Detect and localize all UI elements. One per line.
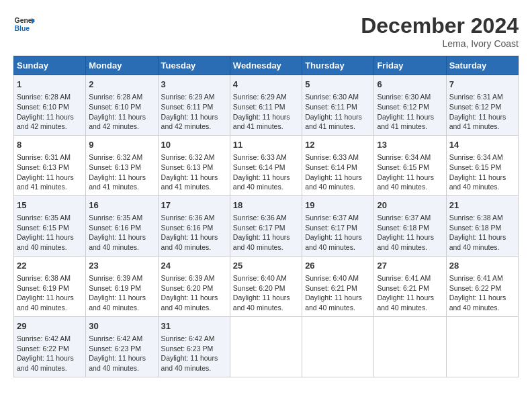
sunset-label: Sunset: 6:11 PM: [305, 103, 357, 111]
daylight-label: Daylight: 11 hours and 40 minutes.: [161, 354, 218, 372]
sunset-label: Sunset: 6:20 PM: [161, 284, 214, 292]
daylight-label: Daylight: 11 hours and 40 minutes.: [233, 233, 290, 251]
sunset-label: Sunset: 6:15 PM: [377, 163, 429, 171]
sunset-label: Sunset: 6:15 PM: [449, 163, 502, 171]
day-number: 8: [17, 139, 83, 151]
sunrise-label: Sunrise: 6:30 AM: [305, 93, 359, 101]
sunset-label: Sunset: 6:19 PM: [89, 284, 141, 292]
sunrise-label: Sunrise: 6:41 AM: [377, 274, 431, 282]
sunset-label: Sunset: 6:19 PM: [17, 284, 69, 292]
sunrise-label: Sunrise: 6:30 AM: [377, 93, 431, 101]
daylight-label: Daylight: 11 hours and 41 minutes.: [449, 113, 506, 131]
sunrise-label: Sunrise: 6:29 AM: [233, 93, 287, 101]
day-number: 4: [233, 79, 299, 91]
sunrise-label: Sunrise: 6:33 AM: [233, 153, 287, 161]
daylight-label: Daylight: 11 hours and 42 minutes.: [161, 113, 218, 131]
calendar-cell: 14 Sunrise: 6:34 AM Sunset: 6:15 PM Dayl…: [446, 135, 518, 195]
daylight-label: Daylight: 11 hours and 40 minutes.: [449, 173, 506, 191]
day-number: 3: [161, 79, 227, 91]
header-thursday: Thursday: [302, 56, 374, 75]
sunrise-label: Sunrise: 6:29 AM: [161, 93, 215, 101]
day-number: 15: [17, 199, 83, 212]
sunset-label: Sunset: 6:12 PM: [377, 103, 429, 111]
daylight-label: Daylight: 11 hours and 40 minutes.: [89, 354, 146, 372]
calendar-cell: 5 Sunrise: 6:30 AM Sunset: 6:11 PM Dayli…: [302, 75, 374, 136]
sunrise-label: Sunrise: 6:41 AM: [449, 274, 503, 282]
daylight-label: Daylight: 11 hours and 42 minutes.: [17, 113, 74, 131]
calendar-cell: 11 Sunrise: 6:33 AM Sunset: 6:14 PM Dayl…: [230, 135, 302, 195]
svg-text:Blue: Blue: [15, 25, 30, 32]
daylight-label: Daylight: 11 hours and 41 minutes.: [17, 173, 74, 191]
header-friday: Friday: [374, 56, 446, 75]
calendar-cell: 12 Sunrise: 6:33 AM Sunset: 6:14 PM Dayl…: [302, 135, 374, 195]
daylight-label: Daylight: 11 hours and 40 minutes.: [89, 293, 146, 312]
calendar-cell: 29 Sunrise: 6:42 AM Sunset: 6:22 PM Dayl…: [14, 316, 86, 377]
day-number: 19: [305, 199, 371, 212]
daylight-label: Daylight: 11 hours and 41 minutes.: [89, 173, 146, 191]
calendar-cell: 10 Sunrise: 6:32 AM Sunset: 6:13 PM Dayl…: [158, 135, 230, 195]
sunset-label: Sunset: 6:18 PM: [377, 224, 429, 232]
day-number: 10: [161, 139, 227, 151]
sunrise-label: Sunrise: 6:38 AM: [17, 274, 71, 282]
sunrise-label: Sunrise: 6:42 AM: [89, 334, 142, 342]
sunrise-label: Sunrise: 6:34 AM: [377, 153, 431, 161]
sunset-label: Sunset: 6:21 PM: [305, 284, 357, 292]
day-number: 13: [377, 139, 443, 151]
sunset-label: Sunset: 6:10 PM: [89, 103, 141, 111]
header-monday: Monday: [86, 56, 158, 75]
day-number: 28: [449, 260, 515, 272]
daylight-label: Daylight: 11 hours and 40 minutes.: [233, 173, 290, 191]
day-number: 22: [17, 260, 83, 272]
sunset-label: Sunset: 6:13 PM: [89, 163, 141, 171]
sunrise-label: Sunrise: 6:36 AM: [161, 214, 215, 222]
calendar-cell: 30 Sunrise: 6:42 AM Sunset: 6:23 PM Dayl…: [86, 316, 158, 377]
day-number: 1: [17, 79, 83, 91]
day-number: 20: [377, 199, 443, 212]
calendar-cell: 19 Sunrise: 6:37 AM Sunset: 6:17 PM Dayl…: [302, 195, 374, 256]
sunrise-label: Sunrise: 6:40 AM: [305, 274, 359, 282]
day-number: 11: [233, 139, 299, 151]
sunset-label: Sunset: 6:11 PM: [233, 103, 285, 111]
month-title: December 2024: [361, 13, 519, 38]
calendar-cell: 16 Sunrise: 6:35 AM Sunset: 6:16 PM Dayl…: [86, 195, 158, 256]
calendar-cell: [446, 316, 518, 377]
calendar-cell: 26 Sunrise: 6:40 AM Sunset: 6:21 PM Dayl…: [302, 256, 374, 316]
calendar-week-row: 29 Sunrise: 6:42 AM Sunset: 6:22 PM Dayl…: [14, 316, 519, 377]
sunrise-label: Sunrise: 6:39 AM: [89, 274, 142, 282]
sunset-label: Sunset: 6:15 PM: [17, 224, 69, 232]
calendar-cell: 7 Sunrise: 6:31 AM Sunset: 6:12 PM Dayli…: [446, 75, 518, 136]
calendar-cell: [302, 316, 374, 377]
day-number: 29: [17, 320, 83, 332]
daylight-label: Daylight: 11 hours and 40 minutes.: [233, 293, 290, 312]
day-number: 25: [233, 260, 299, 272]
day-number: 17: [161, 199, 227, 212]
day-number: 21: [449, 199, 515, 212]
sunrise-label: Sunrise: 6:37 AM: [377, 214, 431, 222]
calendar-cell: 23 Sunrise: 6:39 AM Sunset: 6:19 PM Dayl…: [86, 256, 158, 316]
calendar-cell: 27 Sunrise: 6:41 AM Sunset: 6:21 PM Dayl…: [374, 256, 446, 316]
calendar-cell: 24 Sunrise: 6:39 AM Sunset: 6:20 PM Dayl…: [158, 256, 230, 316]
calendar-week-row: 8 Sunrise: 6:31 AM Sunset: 6:13 PM Dayli…: [14, 135, 519, 195]
day-number: 26: [305, 260, 371, 272]
day-number: 18: [233, 199, 299, 212]
sunset-label: Sunset: 6:11 PM: [161, 103, 214, 111]
sunset-label: Sunset: 6:13 PM: [161, 163, 214, 171]
logo-icon: General Blue: [13, 13, 35, 35]
daylight-label: Daylight: 11 hours and 41 minutes.: [233, 113, 290, 131]
daylight-label: Daylight: 11 hours and 42 minutes.: [89, 113, 146, 131]
calendar-cell: 21 Sunrise: 6:38 AM Sunset: 6:18 PM Dayl…: [446, 195, 518, 256]
sunset-label: Sunset: 6:23 PM: [89, 345, 141, 353]
calendar-cell: 6 Sunrise: 6:30 AM Sunset: 6:12 PM Dayli…: [374, 75, 446, 136]
sunrise-label: Sunrise: 6:35 AM: [17, 214, 71, 222]
calendar-cell: 17 Sunrise: 6:36 AM Sunset: 6:16 PM Dayl…: [158, 195, 230, 256]
sunrise-label: Sunrise: 6:35 AM: [89, 214, 142, 222]
daylight-label: Daylight: 11 hours and 40 minutes.: [161, 293, 218, 312]
day-number: 6: [377, 79, 443, 91]
sunset-label: Sunset: 6:13 PM: [17, 163, 69, 171]
daylight-label: Daylight: 11 hours and 40 minutes.: [305, 173, 362, 191]
daylight-label: Daylight: 11 hours and 40 minutes.: [161, 233, 218, 251]
day-number: 30: [89, 320, 154, 332]
calendar-cell: 20 Sunrise: 6:37 AM Sunset: 6:18 PM Dayl…: [374, 195, 446, 256]
calendar-header: Sunday Monday Tuesday Wednesday Thursday…: [14, 56, 519, 75]
sunrise-label: Sunrise: 6:34 AM: [449, 153, 503, 161]
